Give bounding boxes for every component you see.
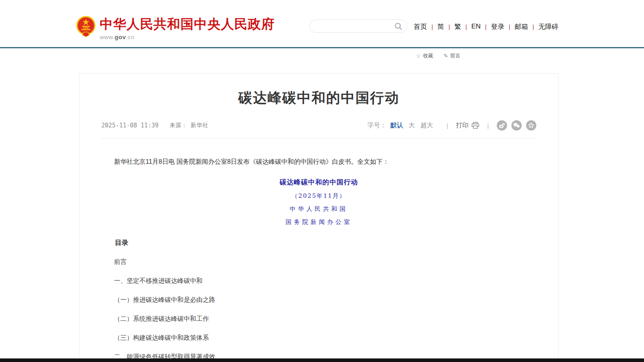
print-button[interactable]: 打印	[456, 121, 479, 130]
search-input[interactable]	[310, 20, 407, 32]
source: 来源：新华社	[170, 122, 209, 129]
print-label: 打印	[456, 121, 469, 130]
nav-item-login[interactable]: 登录	[486, 22, 509, 31]
national-emblem-icon[interactable]	[76, 15, 96, 38]
more-share-icon[interactable]	[526, 120, 536, 131]
article-card: 碳达峰碳中和的中国行动 2025-11-08 11:39 来源：新华社 字号： …	[79, 73, 559, 362]
site-logo-text[interactable]: 中华人民共和国中央人民政府 www.gov.cn	[100, 17, 275, 40]
search-box[interactable]	[310, 19, 407, 33]
favorite-label: 收藏	[423, 52, 433, 59]
nav-item-simplified[interactable]: 简	[433, 22, 448, 31]
favorite-button[interactable]: ☆ 收藏	[416, 52, 433, 59]
source-name: 新华社	[191, 122, 209, 128]
nav-item-mail[interactable]: 邮箱	[510, 22, 532, 31]
meta-separator: |	[446, 122, 448, 129]
nav-item-accessibility[interactable]: 无障碍	[534, 22, 563, 31]
top-nav: 首页 | 简 | 繁 | EN | 登录 | 邮箱 | 无障碍	[414, 22, 563, 31]
page-actions: ☆ 收藏 ✎ 留言	[416, 52, 460, 59]
font-size-label: 字号：	[367, 121, 386, 130]
star-icon: ☆	[416, 53, 421, 59]
weibo-share-icon[interactable]	[497, 120, 507, 131]
nav-item-home[interactable]: 首页	[414, 22, 431, 31]
header-divider	[0, 47, 644, 48]
toc-item-1-3: （三）构建碳达峰碳中和政策体系	[101, 334, 536, 342]
font-size-large-button[interactable]: 大	[408, 121, 415, 130]
source-label: 来源：	[170, 122, 188, 128]
doc-org-line1: 中华人民共和国	[80, 205, 558, 213]
toc-item-1-2: （二）系统推进碳达峰碳中和工作	[101, 315, 536, 323]
nav-item-english[interactable]: EN	[467, 23, 485, 30]
site-url-www: www.	[100, 34, 115, 40]
article-title: 碳达峰碳中和的中国行动	[80, 74, 558, 107]
site-url-cn: .cn	[126, 34, 135, 40]
comment-label: 留言	[450, 52, 460, 59]
toc-item-1-1: （一）推进碳达峰碳中和是必由之路	[101, 296, 536, 304]
site-url: www.gov.cn	[100, 34, 275, 40]
font-size-xlarge-button[interactable]: 超大	[420, 121, 433, 130]
meta-right: 字号： 默认 大 超大 | 打印 |	[367, 120, 536, 131]
toc-item-preface: 前言	[101, 258, 536, 266]
toc-heading: 目录	[101, 238, 536, 247]
printer-icon	[471, 122, 479, 129]
meta-left: 2025-11-08 11:39 来源：新华社	[101, 122, 209, 129]
comment-button[interactable]: ✎ 留言	[444, 52, 461, 59]
publish-date: 2025-11-08 11:39	[101, 122, 159, 129]
search-icon[interactable]	[394, 22, 403, 30]
doc-title: 碳达峰碳中和的中国行动	[80, 178, 558, 187]
wechat-share-icon[interactable]	[511, 120, 522, 131]
bottom-edge-bar	[0, 358, 644, 362]
share-icons	[497, 120, 536, 131]
doc-org-line2: 国务院新闻办公室	[80, 218, 558, 226]
site-url-gov: gov	[115, 34, 126, 40]
site-header: 中华人民共和国中央人民政府 www.gov.cn 首页 | 简 | 繁 | EN…	[0, 0, 644, 47]
site-title: 中华人民共和国中央人民政府	[100, 17, 275, 30]
lead-paragraph: 新华社北京11月8日电 国务院新闻办公室8日发布《碳达峰碳中和的中国行动》白皮书…	[101, 156, 536, 167]
font-size-default-button[interactable]: 默认	[390, 121, 403, 130]
article-meta: 2025-11-08 11:39 来源：新华社 字号： 默认 大 超大 | 打印	[101, 120, 536, 138]
doc-date: （2025年11月）	[80, 192, 558, 200]
pencil-icon: ✎	[444, 53, 448, 59]
page: 中华人民共和国中央人民政府 www.gov.cn 首页 | 简 | 繁 | EN…	[0, 0, 644, 362]
meta-separator: |	[487, 122, 489, 129]
nav-item-traditional[interactable]: 繁	[450, 22, 465, 31]
toc-item-1: 一、坚定不移推进碳达峰碳中和	[101, 277, 536, 285]
